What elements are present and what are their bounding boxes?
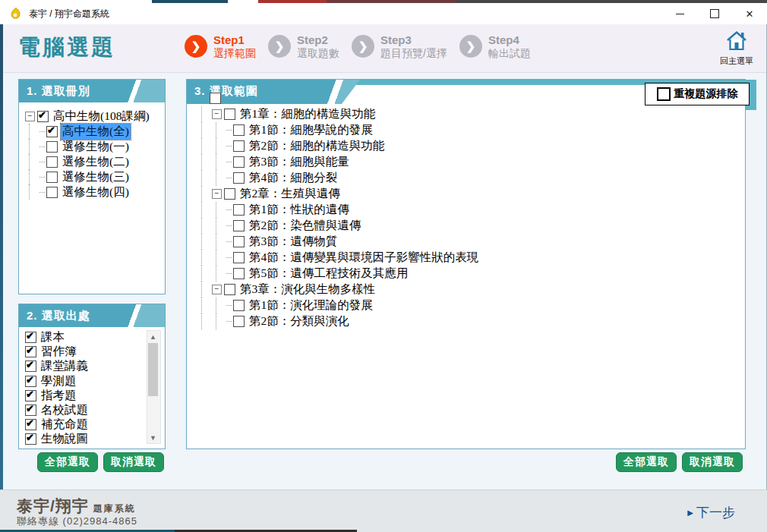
scope-tree-item-row[interactable]: 第2節：分類與演化: [197, 313, 743, 329]
volume-tree-item-checkbox[interactable]: [46, 156, 58, 168]
volume-tree-item-checkbox[interactable]: [46, 126, 58, 137]
source-item-label[interactable]: 名校試題: [39, 402, 90, 418]
scope-tree-item-label[interactable]: 第1節：演化理論的發展: [248, 297, 374, 313]
tree-collapse-icon[interactable]: −: [212, 189, 222, 199]
scope-tree-item-checkbox[interactable]: [210, 93, 221, 104]
source-deselect-all-button[interactable]: 取消選取: [103, 452, 164, 472]
scope-tree-item-label[interactable]: 第1節：性狀的遺傳: [248, 202, 351, 218]
scope-tree-item-label[interactable]: 第1節：細胞學說的發展: [248, 122, 374, 138]
scope-tree-item-checkbox[interactable]: [233, 156, 245, 168]
volume-tree-item-checkbox[interactable]: [37, 111, 49, 122]
volume-tree-item-checkbox[interactable]: [46, 172, 58, 183]
scope-select-all-button[interactable]: 全部選取: [616, 452, 677, 472]
volume-tree-item-label[interactable]: 選修生物(一): [61, 139, 131, 155]
source-item-checkbox[interactable]: [25, 419, 36, 430]
source-item-label[interactable]: 課堂講義: [39, 358, 90, 374]
scope-tree-item-label[interactable]: 第3章：演化與生物多樣性: [238, 282, 377, 297]
volume-tree-item-row[interactable]: 選修生物(二): [25, 154, 163, 169]
maximize-button[interactable]: [697, 3, 732, 24]
volume-tree-item-label[interactable]: 選修生物(四): [61, 184, 131, 200]
scope-tree-item-label[interactable]: 第2章：生殖與遺傳: [238, 186, 342, 202]
scope-tree-item-label[interactable]: 第2節：分類與演化: [248, 313, 351, 329]
scope-tree-item-label[interactable]: 第2節：染色體與遺傳: [248, 218, 362, 234]
source-item-checkbox[interactable]: [25, 346, 36, 357]
scope-tree-item-label[interactable]: 第4節：遺傳變異與環境因子影響性狀的表現: [248, 250, 480, 266]
scope-tree-item-row[interactable]: −第1章：細胞的構造與功能: [197, 106, 743, 122]
source-item-checkbox[interactable]: [25, 360, 36, 372]
source-item-checkbox[interactable]: [25, 405, 36, 416]
dedupe-checkbox[interactable]: [657, 87, 671, 101]
scrollbar-thumb[interactable]: [148, 343, 158, 396]
scroll-down-icon[interactable]: ▼: [147, 432, 159, 443]
source-list-item[interactable]: 名校試題: [25, 403, 145, 417]
scope-tree-item-label[interactable]: 第3節：細胞與能量: [248, 154, 351, 170]
scope-deselect-all-button[interactable]: 取消選取: [682, 452, 743, 472]
scope-tree-item-checkbox[interactable]: [224, 284, 235, 295]
scope-tree-item-label[interactable]: 第2節：細胞的構造與功能: [248, 138, 386, 154]
source-item-label[interactable]: 補充命題: [39, 417, 90, 433]
volume-tree-item-row[interactable]: 選修生物(三): [25, 169, 163, 184]
volume-tree-item-row[interactable]: 選修生物(四): [25, 184, 163, 200]
scroll-up-icon[interactable]: ▲: [147, 331, 159, 342]
source-item-label[interactable]: 指考題: [39, 388, 78, 404]
source-list-item[interactable]: 學測題: [25, 374, 145, 389]
source-list-item[interactable]: 課本: [25, 330, 145, 345]
scope-tree-item-row[interactable]: 第1節：演化理論的發展: [197, 297, 743, 313]
scope-tree-item-row[interactable]: 第4節：遺傳變異與環境因子影響性狀的表現: [197, 250, 743, 266]
source-item-checkbox[interactable]: [25, 332, 36, 343]
source-item-checkbox[interactable]: [25, 390, 36, 401]
source-list-item[interactable]: 指考題: [25, 389, 145, 403]
tree-collapse-icon[interactable]: −: [212, 109, 222, 119]
volume-tree-item-label[interactable]: 高中生物(全): [61, 124, 131, 140]
tree-collapse-icon[interactable]: −: [212, 285, 222, 294]
scope-tree-item-checkbox[interactable]: [224, 109, 235, 120]
minimize-button[interactable]: [662, 3, 697, 24]
source-list-item[interactable]: 補充命題: [25, 417, 145, 432]
source-item-checkbox[interactable]: [25, 376, 36, 387]
tree-collapse-icon[interactable]: −: [25, 112, 35, 121]
volume-tree-item-row[interactable]: 選修生物(一): [25, 139, 163, 154]
scope-tree-item-checkbox[interactable]: [233, 268, 245, 279]
scope-tree-item-row[interactable]: −第3章：演化與生物多樣性: [197, 282, 743, 297]
volume-tree-item-row[interactable]: 高中生物(全): [25, 124, 163, 139]
next-step-button[interactable]: ▶ 下一步: [687, 504, 735, 521]
volume-tree-item-checkbox[interactable]: [46, 141, 58, 153]
source-item-label[interactable]: 課本: [39, 329, 66, 345]
scope-tree-item-label[interactable]: 第4節：細胞分裂: [248, 170, 339, 186]
source-list-scrollbar[interactable]: ▲ ▼: [147, 330, 161, 444]
scope-tree-item-checkbox[interactable]: [233, 220, 245, 231]
source-item-label[interactable]: 生物說圖: [39, 431, 90, 447]
scope-tree-item-checkbox[interactable]: [233, 252, 245, 263]
scope-tree-item-row[interactable]: 第1節：細胞學說的發展: [197, 122, 743, 138]
source-item-checkbox[interactable]: [25, 433, 36, 445]
volume-tree-item-checkbox[interactable]: [46, 187, 58, 198]
close-button[interactable]: ✕: [732, 3, 767, 24]
scope-tree-item-checkbox[interactable]: [233, 236, 245, 247]
volume-tree-item-label[interactable]: 高中生物(108課綱): [52, 109, 151, 124]
scope-tree-item-checkbox[interactable]: [224, 188, 235, 200]
home-menu-button[interactable]: 回主選單: [715, 30, 759, 67]
scope-tree-item-label[interactable]: 第1章：細胞的構造與功能: [238, 106, 377, 122]
source-item-label[interactable]: 學測題: [39, 373, 78, 389]
scope-tree-item-checkbox[interactable]: [233, 172, 245, 184]
scope-tree-item-checkbox[interactable]: [233, 124, 245, 136]
scope-tree-item-row[interactable]: 第3節：細胞與能量: [197, 154, 743, 170]
source-list-item[interactable]: 課堂講義: [25, 359, 145, 373]
scope-tree-item-checkbox[interactable]: [233, 140, 245, 152]
scope-tree-item-checkbox[interactable]: [233, 300, 245, 311]
scope-tree-item-label[interactable]: 第3節：遺傳物質: [248, 234, 339, 250]
source-list-item[interactable]: 生物說圖: [25, 432, 145, 446]
scope-tree-item-checkbox[interactable]: [233, 204, 245, 216]
scope-tree-item-checkbox[interactable]: [233, 316, 245, 327]
scope-tree-item-row[interactable]: −第2章：生殖與遺傳: [197, 186, 743, 202]
scope-tree-item-label[interactable]: 第5節：遺傳工程技術及其應用: [248, 266, 409, 282]
scope-tree-item-row[interactable]: 第4節：細胞分裂: [197, 170, 743, 186]
volume-tree-item-label[interactable]: 選修生物(三): [61, 169, 131, 185]
scope-tree-item-row[interactable]: 第2節：細胞的構造與功能: [197, 138, 743, 154]
source-item-label[interactable]: 習作簿: [39, 344, 78, 360]
scope-tree-item-row[interactable]: 第2節：染色體與遺傳: [197, 218, 743, 234]
scope-tree-item-row[interactable]: 第1節：性狀的遺傳: [197, 202, 743, 218]
volume-tree-item-row[interactable]: −高中生物(108課綱): [25, 109, 163, 124]
scope-tree-item-row[interactable]: 第3節：遺傳物質: [197, 234, 743, 250]
scope-tree-item-row[interactable]: 第5節：遺傳工程技術及其應用: [197, 266, 743, 282]
